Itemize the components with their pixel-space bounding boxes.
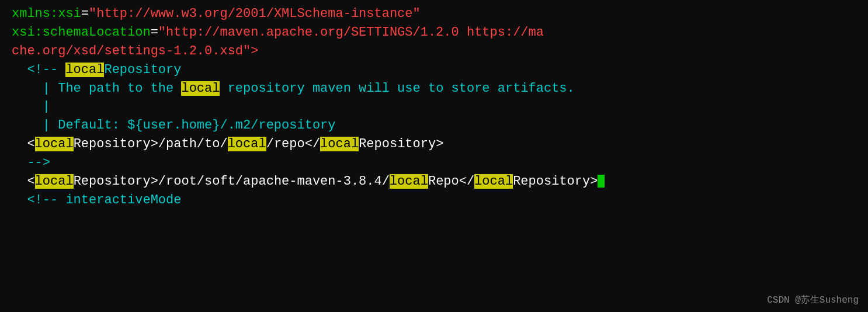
code-text: che.org/xsd/settings-1.2.0.xsd"> xyxy=(12,44,258,58)
highlighted-text: local xyxy=(228,137,266,151)
code-line: <localRepository>/path/to/local/repo</lo… xyxy=(12,135,868,154)
code-text: Repo</ xyxy=(428,174,474,189)
code-line: <!-- localRepository xyxy=(12,61,868,79)
code-text: Repository>/root/soft/apache-maven-3.8.4… xyxy=(74,174,390,189)
code-line: <localRepository>/root/soft/apache-maven… xyxy=(12,172,868,191)
code-text: | xyxy=(12,99,50,114)
code-text: xsi:schemaLocation xyxy=(12,25,151,40)
code-text: = xyxy=(151,25,158,40)
highlighted-text: local xyxy=(35,137,74,151)
code-line: | xyxy=(12,98,868,116)
code-line: --> xyxy=(12,154,868,172)
highlighted-text: local xyxy=(35,174,74,189)
code-text: | Default: ${user.home}/.m2/repository xyxy=(12,118,336,133)
code-text: Repository xyxy=(104,63,181,77)
code-text: | The path to the xyxy=(12,81,181,96)
highlighted-text: local xyxy=(65,63,104,77)
code-text: <!-- interactiveMode xyxy=(12,193,181,207)
code-text: = xyxy=(81,6,89,21)
highlighted-text: local xyxy=(320,137,359,151)
code-editor: xmlns:xsi="http://www.w3.org/2001/XMLSch… xyxy=(0,0,868,214)
code-line: che.org/xsd/settings-1.2.0.xsd"> xyxy=(12,42,868,61)
highlighted-text: local xyxy=(181,81,220,96)
code-text: /repo</ xyxy=(266,137,320,151)
code-text: < xyxy=(12,137,35,151)
code-text: Repository> xyxy=(359,137,443,151)
code-text: "http://maven.apache.org/SETTINGS/1.2.0 … xyxy=(158,25,544,40)
code-text: xmlns:xsi xyxy=(12,6,81,21)
code-text: Repository>/path/to/ xyxy=(74,137,228,151)
code-text: "http://www.w3.org/2001/XMLSchema-instan… xyxy=(89,6,421,21)
code-text: Repository> xyxy=(513,174,598,189)
highlighted-text: local xyxy=(390,174,428,189)
highlighted-text: local xyxy=(474,174,513,189)
code-line: | Default: ${user.home}/.m2/repository xyxy=(12,116,868,135)
code-text: repository maven will use to store artif… xyxy=(220,81,574,96)
code-text: < xyxy=(12,174,35,189)
code-text: --> xyxy=(12,155,50,170)
code-text: <!-- xyxy=(12,63,65,77)
code-line: <!-- interactiveMode xyxy=(12,191,868,210)
code-line: xsi:schemaLocation="http://maven.apache.… xyxy=(12,23,868,42)
watermark: CSDN @苏生Susheng xyxy=(767,294,859,307)
text-cursor xyxy=(598,175,605,188)
code-line: | The path to the local repository maven… xyxy=(12,79,868,98)
code-line: xmlns:xsi="http://www.w3.org/2001/XMLSch… xyxy=(12,5,868,23)
